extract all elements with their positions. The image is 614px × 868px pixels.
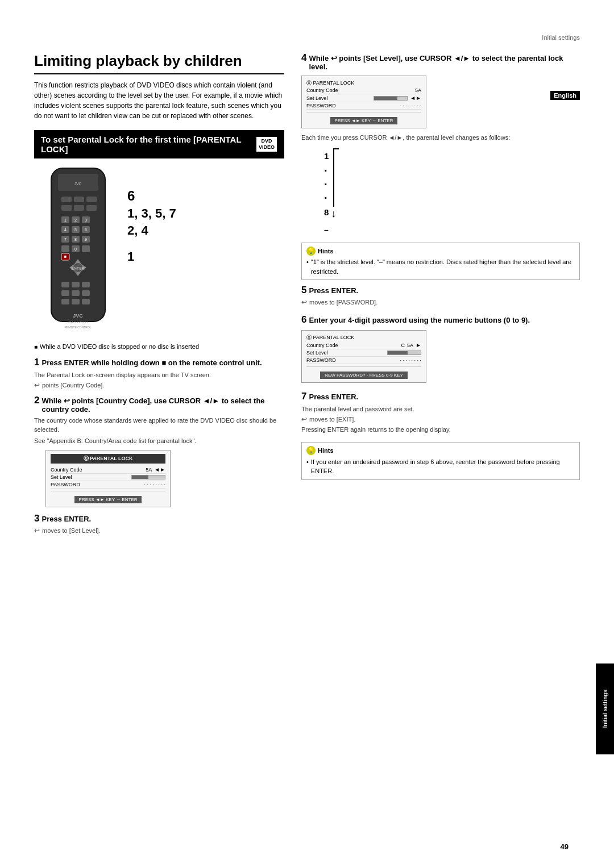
step-2-header: 2 While ↩ points [Country Code], use CUR… <box>34 395 284 414</box>
svg-text:2: 2 <box>74 218 77 222</box>
parental-lock-header: To set Parental Lock for the first time … <box>34 130 284 158</box>
step-4: 4 While ↩ points [Set Level], use CURSOR… <box>301 52 580 235</box>
level-dots2: · <box>324 177 329 191</box>
step-3: 3 Press ENTER. moves to [Set Level]. <box>34 513 284 535</box>
svg-rect-20 <box>82 245 90 252</box>
level-1: 1 <box>324 148 329 164</box>
osd-screen-3: ⓪ PARENTAL LOCK Country Code C 5A ► Set … <box>301 330 426 383</box>
step-5-header: 5 Press ENTER. <box>301 285 580 296</box>
osd-title-2: ⓪ PARENTAL LOCK <box>306 80 421 87</box>
svg-text:JVC: JVC <box>74 182 81 186</box>
level-dash: – <box>324 226 580 235</box>
osd-row-3-password: PASSWORD · · · · · · · · <box>306 357 421 364</box>
page-number: 49 <box>561 842 569 851</box>
svg-text:■: ■ <box>64 254 67 259</box>
svg-text:7: 7 <box>64 237 67 241</box>
svg-rect-0 <box>51 168 105 322</box>
parental-lock-title: To set Parental Lock for the first time … <box>41 135 256 154</box>
svg-text:0: 0 <box>74 247 77 251</box>
svg-rect-33 <box>61 299 69 304</box>
level-diagram: 1 · · · 8 ↓ <box>324 148 580 220</box>
svg-rect-6 <box>61 205 72 211</box>
hints-text-2: If you enter an undesired password in st… <box>306 457 575 476</box>
svg-rect-4 <box>74 197 84 202</box>
remote-label-1357: 1, 3, 5, 7 <box>127 206 176 221</box>
step-4-header: 4 While ↩ points [Set Level], use CURSOR… <box>301 52 580 71</box>
osd-title-1: ⓪ PARENTAL LOCK <box>51 454 165 464</box>
svg-rect-7 <box>74 205 84 211</box>
step-3-num: 3 <box>34 513 39 524</box>
step-7-arrow1: moves to [EXIT]. <box>301 415 580 423</box>
step-5-num: 5 <box>301 285 306 296</box>
step-7: 7 Press ENTER. The parental level and pa… <box>301 391 580 434</box>
step-2-sub2: See "Appendix B: Country/Area code list … <box>34 436 284 446</box>
step-2-text: While ↩ points [Country Code], use CURSO… <box>42 397 284 414</box>
svg-text:JVC: JVC <box>73 313 83 319</box>
remote-label-24: 2, 4 <box>127 223 176 238</box>
svg-rect-28 <box>72 282 80 287</box>
osd-title-3: ⓪ PARENTAL LOCK <box>306 334 421 341</box>
svg-text:6: 6 <box>85 228 87 232</box>
svg-text:4: 4 <box>64 228 67 232</box>
osd-screen-2: ⓪ PARENTAL LOCK Country Code 5A Set Leve… <box>301 76 426 128</box>
step-6-num: 6 <box>301 314 306 326</box>
osd-enter-btn-1: PRESS ◄► KEY → ENTER <box>74 496 142 503</box>
hints-label-1: Hints <box>318 247 334 256</box>
osd-screen-1: ⓪ PARENTAL LOCK Country Code 5A ◄► Set L… <box>45 450 171 507</box>
osd-row-password: PASSWORD · · · · · · · · <box>51 481 165 489</box>
step-6-header: 6 Enter your 4-digit password using the … <box>301 314 580 326</box>
step-5-arrow: moves to [PASSWORD]. <box>301 298 580 306</box>
svg-rect-8 <box>86 205 97 211</box>
step-3-arrow: moves to [Set Level]. <box>34 527 284 535</box>
hints-header-2: 💡 Hints <box>306 446 575 456</box>
header-text: Initial settings <box>542 34 580 41</box>
step-4-text: While ↩ points [Set Level], use CURSOR ◄… <box>309 54 580 71</box>
step-7-header: 7 Press ENTER. <box>301 391 580 402</box>
hints-label-2: Hints <box>318 446 334 456</box>
step-1-header: 1 Press ENTER while holding down ■ on th… <box>34 357 284 368</box>
svg-text:8: 8 <box>74 237 77 241</box>
step-1: 1 Press ENTER while holding down ■ on th… <box>34 357 284 389</box>
level-8: 8 <box>324 205 329 220</box>
svg-rect-34 <box>72 299 80 304</box>
hints-icon-1: 💡 <box>306 247 316 256</box>
svg-text:REMOTE CONTROL: REMOTE CONTROL <box>64 326 91 329</box>
svg-rect-30 <box>61 290 69 296</box>
remote-label-6: 6 <box>127 188 176 204</box>
remote-image: JVC <box>34 165 125 337</box>
remote-area: JVC <box>34 165 284 337</box>
remote-label-1: 1 <box>127 249 176 264</box>
step-7-text: Press ENTER. <box>309 393 358 401</box>
step-3-text: Press ENTER. <box>42 515 91 523</box>
step-1-num: 1 <box>34 357 39 368</box>
step-4-note: Each time you press CURSOR ◄/►, the pare… <box>301 133 580 143</box>
step-6-text: Enter your 4-digit password using the nu… <box>309 316 530 324</box>
svg-rect-35 <box>82 299 90 304</box>
hints-box-1: 💡 Hints "1" is the strictest level. "–" … <box>301 243 580 281</box>
step-3-header: 3 Press ENTER. <box>34 513 284 524</box>
left-column: Limiting playback by children This funct… <box>34 52 284 540</box>
osd-enter-btn-3: NEW PASSWORD? - PRESS 0-9 KEY <box>320 372 408 379</box>
osd-row-2-password: PASSWORD · · · · · · · · <box>306 102 421 110</box>
osd-row-country: Country Code 5A ◄► <box>51 466 165 474</box>
page-container: Initial settings Limiting playback by ch… <box>0 0 614 868</box>
svg-rect-3 <box>61 197 72 202</box>
step-1-arrow: points [Country Code]. <box>34 381 284 389</box>
hints-box-2: 💡 Hints If you enter an undesired passwo… <box>301 442 580 480</box>
svg-text:5: 5 <box>74 228 77 232</box>
hints-text-1: "1" is the strictest level. "–" means no… <box>306 257 575 276</box>
remote-caption: While a DVD VIDEO disc is stopped or no … <box>34 343 284 350</box>
step-7-sub1: The parental level and password are set. <box>301 404 580 414</box>
step-2-sub1: The country code whose standards were ap… <box>34 416 284 435</box>
svg-rect-29 <box>82 282 90 287</box>
level-dots: · <box>324 164 329 177</box>
step-2: 2 While ↩ points [Country Code], use CUR… <box>34 395 284 508</box>
step-2-num: 2 <box>34 395 39 406</box>
svg-rect-27 <box>61 282 69 287</box>
step-1-sub1: The Parental Lock on-screen display appe… <box>34 370 284 380</box>
osd-row-3-country: Country Code C 5A ► <box>306 341 421 349</box>
osd-row-2-country: Country Code 5A <box>306 87 421 94</box>
dvd-badge: DVDVIDEO <box>256 136 277 152</box>
svg-text:1: 1 <box>64 218 67 222</box>
section-title: Limiting playback by children <box>34 52 284 74</box>
